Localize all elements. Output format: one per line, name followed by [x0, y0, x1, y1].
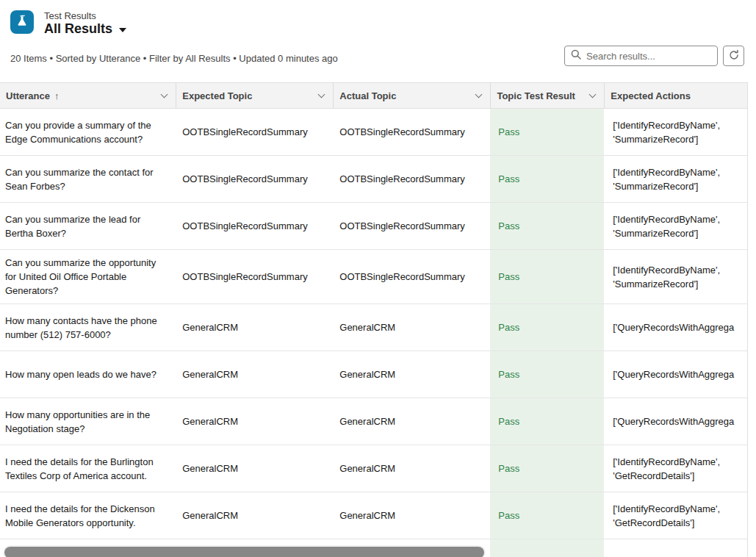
cell-text: ['IdentifyRecordByName', 'GetRecordDetai…: [613, 502, 738, 530]
cell-text: GeneralCRM: [339, 414, 395, 428]
cell-utterance: Can you summarize the lead for Bertha Bo…: [0, 203, 176, 249]
column-header-actual-topic[interactable]: Actual Topic: [333, 83, 490, 108]
cell-text: ['QueryRecordsWithAggrega: [613, 320, 734, 334]
view-label: All Results: [44, 21, 112, 36]
cell-expected-actions: ['IdentifyRecordByName', 'SummarizeRecor…: [604, 203, 747, 249]
table-row[interactable]: How many open leads do we have?GeneralCR…: [0, 351, 747, 398]
cell-expected-topic: OOTBSingleRecordSummary: [176, 109, 333, 155]
cell-text: GeneralCRM: [182, 414, 238, 428]
table-row[interactable]: Can you summarize the contact for Sean F…: [0, 156, 747, 203]
column-label: Expected Topic: [182, 90, 252, 101]
cell-text: OOTBSingleRecordSummary: [339, 219, 465, 233]
cell-expected-actions: ['QueryRecordsWithAggrega: [604, 304, 747, 351]
cell-text: ['IdentifyRecordByName', 'SummarizeRecor…: [613, 212, 738, 240]
table-row[interactable]: Can you provide a summary of the Edge Co…: [0, 109, 747, 156]
cell-utterance: Can you summarize the contact for Sean F…: [0, 156, 176, 202]
flask-icon: [15, 14, 29, 30]
table-body: Can you provide a summary of the Edge Co…: [0, 109, 747, 557]
cell-text: GeneralCRM: [339, 509, 395, 522]
column-label: Topic Test Result: [497, 90, 575, 101]
pass-status-text: Pass: [498, 125, 519, 139]
table-row[interactable]: How many opportunities are in the Negoti…: [0, 398, 747, 445]
search-input[interactable]: [586, 51, 716, 62]
cell-text: OOTBSingleRecordSummary: [182, 125, 308, 139]
cell-text: ['QueryRecordsWithAggrega: [613, 367, 734, 381]
cell-text: Can you summarize the contact for Sean F…: [5, 165, 167, 193]
cell-topic-test-result: Pass: [490, 351, 604, 398]
refresh-button[interactable]: [723, 46, 744, 66]
pass-status-text: Pass: [498, 509, 519, 522]
column-header-utterance[interactable]: Utterance↑: [0, 83, 176, 108]
cell-utterance: How many open leads do we have?: [0, 351, 176, 398]
cell-text: GeneralCRM: [339, 367, 395, 381]
object-label: Test Results: [44, 10, 96, 21]
chevron-down-icon[interactable]: [161, 91, 168, 98]
cell-text: Can you summarize the lead for Bertha Bo…: [5, 212, 167, 240]
cell-text: GeneralCRM: [182, 509, 238, 522]
cell-text: OOTBSingleRecordSummary: [339, 270, 465, 284]
cell-topic-test-result: Pass: [490, 203, 604, 249]
cell-utterance: Can you provide a summary of the Edge Co…: [0, 109, 176, 155]
cell-expected-topic: OOTBSingleRecordSummary: [176, 250, 333, 303]
cell-text: GeneralCRM: [182, 367, 238, 381]
pass-status-text: Pass: [498, 414, 519, 428]
results-table: Utterance↑Expected TopicActual TopicTopi…: [0, 82, 748, 557]
table-row[interactable]: How many contacts have the phone number …: [0, 304, 747, 351]
table-row[interactable]: Can you summarize the opportunity for Un…: [0, 250, 747, 304]
column-header-expected-topic[interactable]: Expected Topic: [176, 83, 333, 108]
pass-status-text: Pass: [498, 461, 519, 475]
chevron-down-icon[interactable]: [589, 91, 597, 98]
cell-expected-actions: ['IdentifyRecordByName', 'SummarizeRecor…: [604, 250, 747, 303]
pass-status-text: Pass: [498, 172, 519, 186]
cell-topic-test-result: Pass: [490, 304, 604, 351]
cell-text: How many contacts have the phone number …: [5, 314, 167, 342]
pass-status-text: Pass: [498, 367, 519, 381]
cell-actual-topic: GeneralCRM: [333, 445, 490, 492]
cell-text: ['IdentifyRecordByName', 'SummarizeRecor…: [613, 118, 738, 146]
column-header-expected-actions[interactable]: Expected Actions: [604, 83, 747, 108]
cell-utterance: How many contacts have the phone number …: [0, 304, 176, 351]
table-header-row: Utterance↑Expected TopicActual TopicTopi…: [0, 83, 747, 109]
cell-topic-test-result: Pass: [490, 156, 604, 202]
test-results-app-icon: [10, 10, 34, 34]
cell-text: Can you summarize the opportunity for Un…: [5, 256, 167, 298]
pass-status-text: Pass: [498, 320, 519, 334]
cell-actual-topic: OOTBSingleRecordSummary: [333, 203, 490, 249]
cell-text: GeneralCRM: [339, 461, 395, 475]
table-row[interactable]: I need the details for the Dickenson Mob…: [0, 492, 747, 539]
table-row[interactable]: I need the details for the Burlington Te…: [0, 445, 747, 492]
cell-expected-topic: OOTBSingleRecordSummary: [176, 156, 333, 202]
cell-text: ['IdentifyRecordByName', 'SummarizeRecor…: [613, 263, 738, 291]
cell-text: How many opportunities are in the Negoti…: [5, 408, 167, 436]
cell-text: GeneralCRM: [339, 320, 395, 334]
cell-text: OOTBSingleRecordSummary: [182, 219, 308, 233]
search-box[interactable]: [564, 46, 718, 66]
cell-topic-test-result: Pass: [490, 492, 604, 539]
cell-actual-topic: OOTBSingleRecordSummary: [333, 109, 490, 155]
list-view-selector[interactable]: All Results: [44, 21, 126, 36]
refresh-icon: [728, 49, 740, 63]
cell-expected-topic: GeneralCRM: [176, 351, 333, 398]
cell-topic-test-result: Pass: [490, 109, 604, 155]
cell-text: ['QueryRecordsWithAggrega: [613, 414, 734, 428]
cell-actual-topic: GeneralCRM: [333, 398, 490, 445]
cell-text: I need the details for the Dickenson Mob…: [5, 502, 167, 530]
chevron-down-icon[interactable]: [318, 91, 325, 98]
table-row[interactable]: Can you summarize the lead for Bertha Bo…: [0, 203, 747, 250]
cell-text: OOTBSingleRecordSummary: [182, 172, 308, 186]
cell-actual-topic: OOTBSingleRecordSummary: [333, 156, 490, 202]
cell-text: GeneralCRM: [182, 461, 238, 475]
chevron-down-icon[interactable]: [475, 91, 483, 98]
cell-expected-topic: GeneralCRM: [176, 398, 333, 445]
cell-expected-actions: ['QueryRecordsWithAggrega: [604, 351, 747, 398]
chevron-down-icon: [119, 28, 126, 32]
column-header-topic-test-result[interactable]: Topic Test Result: [490, 83, 604, 108]
cell-expected-actions: ['IdentifyRecordByName', 'SummarizeRecor…: [604, 109, 747, 155]
cell-expected-topic: GeneralCRM: [176, 492, 333, 539]
cell-text: ['IdentifyRecordByName', 'SummarizeRecor…: [613, 165, 738, 193]
cell-text: OOTBSingleRecordSummary: [339, 172, 465, 186]
cell-expected-topic: GeneralCRM: [176, 304, 333, 351]
cell-expected-actions: ['IdentifyRecordByName',: [604, 539, 747, 557]
horizontal-scrollbar-thumb[interactable]: [4, 547, 484, 557]
pass-status-text: Pass: [498, 219, 519, 233]
